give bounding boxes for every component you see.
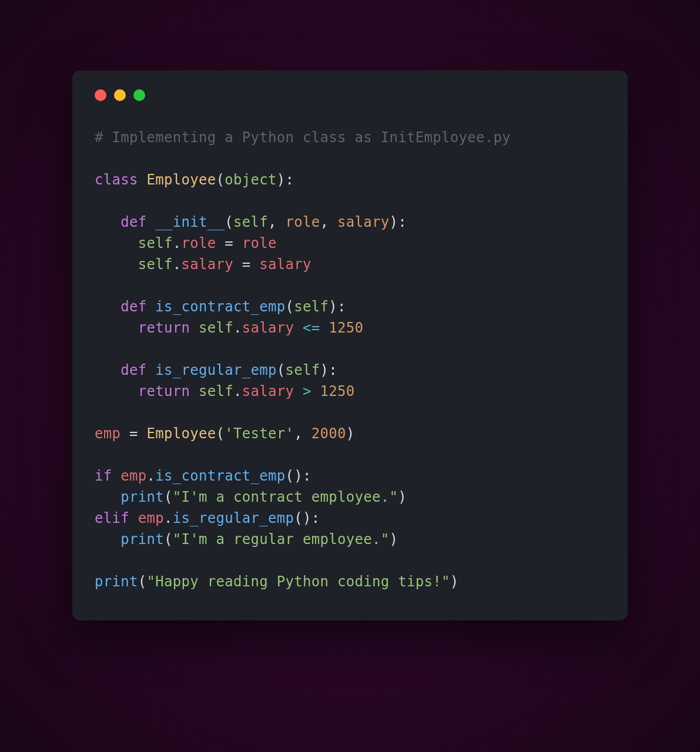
code-token: 1250 <box>320 383 355 400</box>
code-token: ): <box>320 362 338 378</box>
window-titlebar <box>95 89 605 101</box>
code-token <box>95 362 120 378</box>
code-token: emp <box>95 425 120 442</box>
code-line: self.salary = salary <box>95 254 605 275</box>
code-token: def <box>120 298 155 315</box>
code-token: emp <box>120 468 146 484</box>
code-token: is_contract_emp <box>155 468 285 484</box>
code-token: def <box>120 214 155 230</box>
code-token: salary <box>259 256 312 273</box>
code-token: (): <box>294 510 320 526</box>
code-token <box>95 235 138 251</box>
code-token: ( <box>164 489 173 505</box>
code-line <box>95 190 605 212</box>
code-token: ) <box>346 425 355 442</box>
code-token: = <box>233 256 259 273</box>
code-line <box>95 148 605 169</box>
code-token: ) <box>389 531 398 548</box>
code-token: role <box>182 235 216 251</box>
code-token: "I'm a contract employee." <box>173 489 398 505</box>
code-token: role <box>286 214 320 230</box>
code-token: return <box>138 320 199 336</box>
code-token: print <box>120 489 164 505</box>
code-token: 1250 <box>329 320 363 336</box>
code-token <box>95 256 138 273</box>
code-line: return self.salary <= 1250 <box>95 317 605 338</box>
code-token: salary <box>337 214 390 230</box>
code-line: if emp.is_contract_emp(): <box>95 465 605 486</box>
code-token: self <box>294 298 329 315</box>
code-token: ) <box>450 573 459 590</box>
code-token: , <box>268 214 286 230</box>
code-token: self <box>233 214 268 230</box>
code-line: self.role = role <box>95 233 605 254</box>
code-token: . <box>233 320 242 336</box>
code-block: # Implementing a Python class as InitEmp… <box>95 127 605 592</box>
code-token: ( <box>138 573 147 590</box>
code-line: print("I'm a contract employee.") <box>95 486 605 508</box>
code-token <box>95 489 120 505</box>
code-token: ( <box>164 531 173 548</box>
code-token: # Implementing a Python class as InitEmp… <box>95 129 511 146</box>
code-line: emp = Employee('Tester', 2000) <box>95 423 605 444</box>
code-line: print("Happy reading Python coding tips!… <box>95 571 605 592</box>
code-token: (): <box>286 468 312 484</box>
code-token: "Happy reading Python coding tips!" <box>147 573 450 590</box>
code-token: salary <box>242 320 294 336</box>
code-token: self <box>138 256 173 273</box>
code-token: __init__ <box>155 214 225 230</box>
code-token: elif <box>95 510 138 526</box>
code-line <box>95 444 605 465</box>
code-token: is_regular_emp <box>155 362 277 378</box>
code-token: self <box>199 383 233 400</box>
code-token: . <box>173 235 182 251</box>
code-line: def is_contract_emp(self): <box>95 296 605 317</box>
code-token: ): <box>277 172 294 188</box>
code-line <box>95 338 605 360</box>
code-token: ( <box>277 362 286 378</box>
code-line: return self.salary > 1250 <box>95 381 605 402</box>
code-line: def __init__(self, role, salary): <box>95 212 605 233</box>
code-line <box>95 275 605 296</box>
close-icon[interactable] <box>95 89 106 101</box>
minimize-icon[interactable] <box>114 89 126 101</box>
code-token: 'Tester' <box>225 425 294 442</box>
code-token: . <box>164 510 173 526</box>
code-token: emp <box>138 510 164 526</box>
code-token: self <box>286 362 320 378</box>
code-token: Employee <box>147 425 216 442</box>
code-token: role <box>242 235 277 251</box>
code-line: def is_regular_emp(self): <box>95 360 605 381</box>
code-token: def <box>120 362 155 378</box>
code-token: self <box>199 320 233 336</box>
code-line: print("I'm a regular employee.") <box>95 529 605 550</box>
code-token: , <box>320 214 338 230</box>
code-token: salary <box>242 383 294 400</box>
code-token: Employee <box>147 172 216 188</box>
code-token <box>95 214 120 230</box>
code-token: print <box>120 531 164 548</box>
code-line: elif emp.is_regular_emp(): <box>95 508 605 529</box>
code-token: <= <box>294 320 329 336</box>
code-token: object <box>225 172 277 188</box>
code-token: ( <box>286 298 294 315</box>
code-token: is_regular_emp <box>173 510 294 526</box>
code-token: . <box>233 383 242 400</box>
code-token: ) <box>398 489 407 505</box>
maximize-icon[interactable] <box>133 89 145 101</box>
code-token: is_contract_emp <box>155 298 285 315</box>
code-token: 2000 <box>312 425 346 442</box>
code-token: return <box>138 383 199 400</box>
code-token <box>95 298 120 315</box>
code-token: = <box>120 425 146 442</box>
code-token: salary <box>182 256 234 273</box>
code-token <box>95 531 120 548</box>
code-token <box>95 320 138 336</box>
code-line: # Implementing a Python class as InitEmp… <box>95 127 605 148</box>
code-line <box>95 402 605 423</box>
code-token: ( <box>216 172 225 188</box>
code-line <box>95 550 605 571</box>
code-token: "I'm a regular employee." <box>173 531 390 548</box>
code-token: = <box>216 235 242 251</box>
code-token: self <box>138 235 173 251</box>
